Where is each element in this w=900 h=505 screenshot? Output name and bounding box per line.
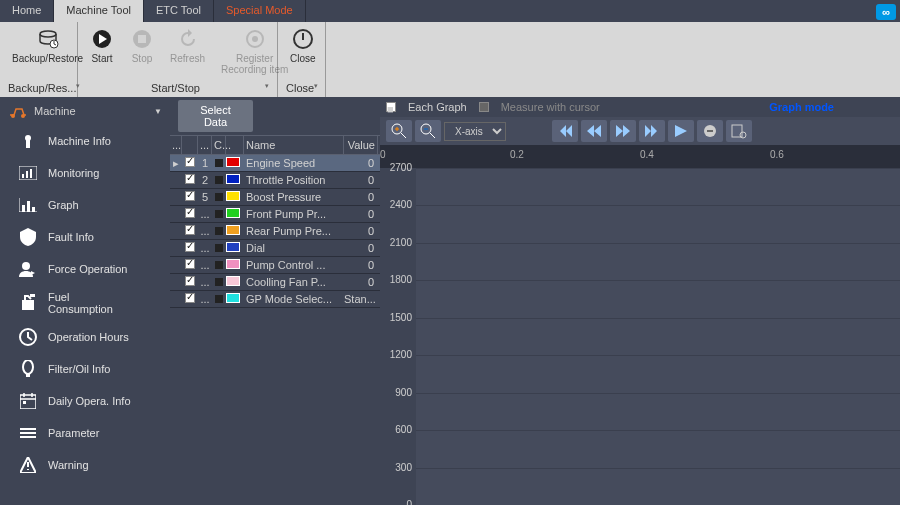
sidebar-item-filter/oil[interactable]: Filter/Oil Info [0,353,170,385]
tab-machine-tool[interactable]: Machine Tool [54,0,144,22]
sidebar-icon [18,259,38,279]
data-panel: Select Data ......C...NameValue ▸1Engine… [170,97,380,505]
svg-rect-15 [30,169,32,178]
sidebar-item-parameter[interactable]: Parameter [0,417,170,449]
sidebar-icon [18,195,38,215]
play-button[interactable] [668,120,694,142]
svg-point-8 [11,114,15,118]
select-data-button[interactable]: Select Data [178,100,253,132]
svg-rect-16 [22,205,25,212]
sidebar-icon [18,359,38,379]
backup-restore-button[interactable]: Backup/Restore [8,25,87,66]
data-row[interactable]: ...Pump Control ...0 [170,257,380,274]
tab-etc-tool[interactable]: ETC Tool [144,0,214,22]
last-button[interactable] [639,120,665,142]
register-recording-button: Register Recording item [217,25,292,77]
sidebar-item-graph[interactable]: Graph [0,189,170,221]
start-button[interactable]: Start [86,25,118,77]
sidebar-icon [18,391,38,411]
svg-rect-14 [26,171,28,178]
svg-rect-26 [23,401,26,404]
data-row[interactable]: 2Throttle Position0 [170,172,380,189]
zoom-out-button[interactable] [415,120,441,142]
sidebar-label: Fault Info [48,231,94,243]
sidebar-label: Filter/Oil Info [48,363,110,375]
svg-rect-13 [22,174,24,178]
each-graph-label: Each Graph [408,101,467,113]
data-row[interactable]: ▸1Engine Speed0 [170,155,380,172]
svg-rect-11 [26,140,30,148]
settings-button[interactable] [726,120,752,142]
sidebar-label: Warning [48,459,89,471]
sidebar-label: Daily Opera. Info [48,395,131,407]
x-axis: 00.20.40.60.8 [380,145,900,168]
data-row[interactable]: ...Dial0 [170,240,380,257]
sidebar-label: Parameter [48,427,99,439]
graph-mode-label: Graph mode [769,101,834,113]
zoom-in-button[interactable] [386,120,412,142]
tab-special-mode[interactable]: Special Mode [214,0,306,22]
rewind-button[interactable] [581,120,607,142]
sidebar-item-monitoring[interactable]: Monitoring [0,157,170,189]
sidebar-label: Operation Hours [48,331,129,343]
sidebar-label: Monitoring [48,167,99,179]
plot-area[interactable] [416,168,900,505]
cloud-icon[interactable]: ∞ [876,4,896,20]
data-row[interactable]: ...Front Pump Pr...0 [170,206,380,223]
sidebar-icon [18,327,38,347]
svg-rect-30 [707,130,713,132]
sidebar-label: Machine Info [48,135,111,147]
each-graph-checkbox[interactable]: ■ [386,102,396,112]
data-row[interactable]: ...Coolling Fan P...0 [170,274,380,291]
sidebar-item-fuel[interactable]: Fuel Consumption [0,285,170,321]
sidebar-icon [18,227,38,247]
stop-button: Stop [126,25,158,77]
svg-point-23 [23,360,33,374]
stop-graph-button[interactable] [697,120,723,142]
measure-cursor-label: Measure with cursor [501,101,600,113]
first-button[interactable] [552,120,578,142]
svg-point-0 [40,31,56,37]
data-row[interactable]: ...Rear Pump Pre...0 [170,223,380,240]
svg-point-9 [21,114,25,118]
sidebar-item-warning[interactable]: Warning [0,449,170,481]
svg-point-19 [22,262,30,270]
sidebar-item-daily[interactable]: Daily Opera. Info [0,385,170,417]
sidebar-item-force[interactable]: Force Operation [0,253,170,285]
tab-home[interactable]: Home [0,0,54,22]
sidebar-label: Fuel Consumption [48,291,113,315]
svg-rect-24 [26,374,30,377]
sidebar-label: Force Operation [48,263,127,275]
data-row[interactable]: ...GP Mode Selec...Stan... [170,291,380,308]
sidebar-item-fault[interactable]: Fault Info [0,221,170,253]
svg-point-32 [740,132,746,138]
sidebar-label: Graph [48,199,79,211]
sidebar-icon [18,131,38,151]
sidebar-item-operation[interactable]: Operation Hours [0,321,170,353]
svg-point-6 [252,36,258,42]
axis-select[interactable]: X-axis [444,122,506,141]
forward-button[interactable] [610,120,636,142]
sidebar-icon [18,293,38,313]
data-row[interactable]: 5Boost Pressure0 [170,189,380,206]
y-axis: 0300600900120015001800210024002700 [380,168,416,505]
svg-rect-4 [138,35,146,43]
measure-cursor-checkbox[interactable] [479,102,489,112]
refresh-button: Refresh [166,25,209,77]
svg-rect-20 [22,300,34,310]
svg-rect-18 [32,207,35,212]
sidebar: Machine ▼ Machine InfoMonitoringGraphFau… [0,97,170,505]
sidebar-icon [18,423,38,443]
svg-rect-21 [30,294,35,297]
sidebar-icon [18,163,38,183]
sidebar-icon [18,455,38,475]
svg-rect-17 [27,201,30,212]
svg-rect-25 [20,395,36,409]
sidebar-item-machine[interactable]: Machine Info [0,125,170,157]
sidebar-header[interactable]: Machine ▼ [0,97,170,125]
machine-icon [8,103,28,119]
